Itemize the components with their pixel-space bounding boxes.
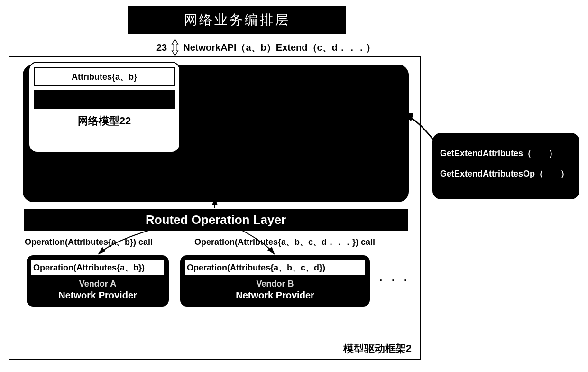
extend-attributes-box: GetExtendAttributes（ ） GetExtendAttribut… [432, 133, 579, 199]
get-extend-attributes-op-label: GetExtendAttributesOp（ ） [440, 164, 572, 184]
orchestration-layer-label: 网络业务编排层 [184, 11, 290, 29]
vendor-a-box: Operation(Attributes{a、b}) Vendor A Netw… [27, 255, 169, 307]
orchestration-layer-box: 网络业务编排层 [128, 6, 346, 34]
model-panel: Attributes{a、b} 网络模型22 [23, 65, 409, 202]
frame-title-label: 模型驱动框架2 [343, 342, 412, 356]
network-api-row: 23 NetworkAPI（a、b）Extend（c、d．．．） [156, 39, 376, 56]
network-api-text: NetworkAPI（a、b）Extend（c、d．．．） [183, 41, 376, 54]
vendor-more-dots: ．．． [376, 270, 413, 285]
network-model-label: 网络模型22 [34, 114, 175, 128]
routed-operation-layer-label: Routed Operation Layer [146, 213, 286, 227]
operation-call-left: Operation(Attributes{a、b}) call [25, 236, 153, 248]
vendor-b-name: Vendor B [184, 279, 366, 289]
operation-call-right: Operation(Attributes{a、b、c、d．．．}) call [194, 236, 375, 248]
vendor-b-operation: Operation(Attributes{a、b、c、d}) [184, 259, 366, 276]
api-number-label: 23 [156, 42, 167, 53]
bidirectional-arrow-icon [171, 39, 179, 56]
vendor-a-name: Vendor A [30, 279, 165, 289]
model-strip [34, 90, 175, 109]
model-driven-frame: Attributes{a、b} 网络模型22 Routed Operation … [9, 56, 421, 360]
vendor-b-sub: Network Provider [184, 290, 366, 301]
routed-operation-layer-bar: Routed Operation Layer [24, 209, 408, 231]
vendor-b-box: Operation(Attributes{a、b、c、d}) Vendor B … [180, 255, 370, 307]
vendor-a-sub: Network Provider [30, 290, 165, 301]
get-extend-attributes-label: GetExtendAttributes（ ） [440, 143, 572, 164]
attributes-row: Attributes{a、b} [34, 67, 175, 86]
network-model-box: Attributes{a、b} 网络模型22 [28, 62, 180, 153]
vendor-a-operation: Operation(Attributes{a、b}) [30, 259, 165, 276]
